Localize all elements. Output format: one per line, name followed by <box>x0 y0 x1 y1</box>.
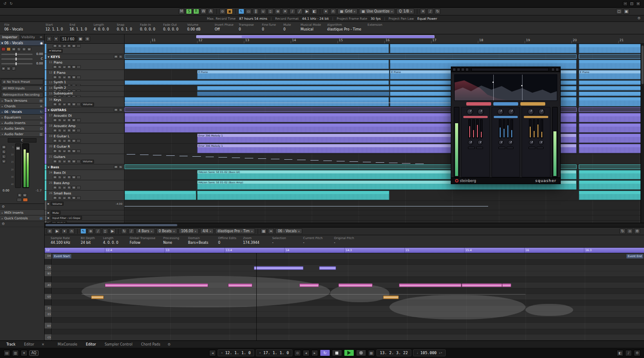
track-list-cell[interactable]: 19E Guitar LMSeRW <box>45 133 125 143</box>
track-list-cell[interactable]: 26Small BassMSeRW <box>45 191 125 200</box>
track-r-button[interactable]: R <box>67 65 71 69</box>
editor-solo-icon[interactable]: e <box>47 228 53 234</box>
audio-event[interactable] <box>579 123 644 133</box>
editor-info-zoom[interactable]: Zoom174.3944 <box>241 235 270 247</box>
band-param-chip[interactable] <box>537 147 544 149</box>
zoom-tool-icon[interactable]: ⊕ <box>275 9 281 14</box>
track-m-button[interactable]: M <box>53 90 57 91</box>
editor-info-current-pitch[interactable]: Current Pitch- <box>301 235 332 247</box>
track-lane-volume[interactable] <box>125 201 644 210</box>
retrospective-record-button[interactable]: Retrospective Recording <box>1 92 43 97</box>
track-w-button[interactable]: W <box>72 44 76 48</box>
audio-quantize-badge[interactable]: AQ <box>29 350 39 356</box>
inspector-section-06-vocals[interactable]: ▸06 - Vocals↻ <box>0 109 44 115</box>
track-extra-button[interactable] <box>76 176 81 179</box>
track-w-button[interactable]: W <box>72 84 76 85</box>
automation-m-button[interactable]: M <box>179 9 185 14</box>
audio-event[interactable] <box>390 44 576 53</box>
track-list-cell[interactable]: ▸Volume-4.99 <box>45 201 125 210</box>
zone-settings-icon[interactable]: ⚙ <box>165 343 173 346</box>
track-e-button[interactable]: e <box>62 149 67 153</box>
input-routing-button[interactable]: All MIDI Inputs▾ <box>1 85 43 91</box>
automation-parameter-chip[interactable]: Input Filter - LC-Slope <box>51 216 82 220</box>
band-threshold-bar[interactable] <box>463 116 488 118</box>
beats-dropdown[interactable]: 0 Beats▾ <box>156 228 177 234</box>
track-lane-small-bass[interactable] <box>125 191 644 200</box>
track-list-cell[interactable]: MSeRW▾Volume <box>45 44 125 54</box>
curve-node[interactable] <box>492 82 494 83</box>
piano-key-c4[interactable]: C4 <box>45 265 52 271</box>
audiowarp-icon[interactable]: ↻ <box>434 9 440 14</box>
piano-key-c3[interactable]: C3 <box>45 334 52 340</box>
track-w-button[interactable]: W <box>72 160 76 163</box>
grid-type-dropdown[interactable]: ▦Grid▾ <box>337 9 358 14</box>
punch-in-icon[interactable]: ▣ <box>227 9 233 14</box>
track-m-button[interactable]: M <box>53 139 57 143</box>
track-lane-synth-1[interactable] <box>125 80 644 85</box>
add-track-icon[interactable]: + <box>46 36 52 42</box>
piano-keys-column[interactable]: D4C4B3A3G3F3E3D3C3 <box>45 253 52 340</box>
piano-key-as3[interactable] <box>45 276 52 282</box>
read-icon[interactable]: R <box>22 47 26 51</box>
info-column-file[interactable]: File06 - Vocals <box>3 22 44 34</box>
piano-key-ds3[interactable] <box>45 317 52 323</box>
plugin-write-icon[interactable] <box>461 68 465 71</box>
track-lane-guitars[interactable] <box>125 154 644 164</box>
info-column-fade-in[interactable]: Fade-In0. 0. 0. 0 <box>138 22 161 34</box>
track-r-button[interactable]: R <box>67 149 71 153</box>
lane-chevron-icon[interactable]: ▸ <box>48 211 49 215</box>
track-list-cell[interactable]: 12E PianoMSeRW <box>45 70 125 80</box>
tempo-dropdown[interactable]: 106.00▾ <box>179 228 199 234</box>
track-m-button[interactable]: M <box>53 95 57 97</box>
editor-ruler[interactable]: 1212.41313.41414.31515.41616.3 <box>45 248 644 253</box>
fader-write-button[interactable]: W <box>23 193 27 197</box>
pitch-segment-pink[interactable] <box>299 283 319 287</box>
track-r-button[interactable]: R <box>67 90 71 91</box>
transport-settings-icon[interactable]: ⚙ <box>634 350 641 356</box>
band-threshold-bar[interactable] <box>524 116 548 118</box>
info-column-fine-tune[interactable]: Fine-Tune0 <box>260 22 282 34</box>
plugin-activate-icon[interactable] <box>453 68 456 71</box>
editor-info-offline-edits[interactable]: Offline Edits0 <box>216 235 241 247</box>
audio-event[interactable] <box>579 113 644 122</box>
record-button[interactable] <box>356 349 366 356</box>
stop-button[interactable] <box>332 349 342 356</box>
info-column-length[interactable]: Length4. 0. 0. 0 <box>92 22 115 34</box>
acoustic-feedback-icon[interactable]: ▶ <box>54 228 60 234</box>
track-s-button[interactable]: S <box>58 95 62 97</box>
draw-tool-icon[interactable]: ∕ <box>95 228 101 234</box>
track-r-button[interactable]: R <box>67 95 71 97</box>
track-lane-keys[interactable] <box>125 54 644 59</box>
track-w-button[interactable]: W <box>72 76 76 79</box>
track-extra-button[interactable] <box>76 76 81 79</box>
track-filter-icon[interactable]: ▾ <box>53 36 59 42</box>
grid-icon[interactable]: ▦ <box>261 228 267 234</box>
plugin-close-icon[interactable] <box>556 68 559 71</box>
track-w-button[interactable]: W <box>72 149 76 153</box>
editor-info-bit-depth[interactable]: Bit Depth24 bit <box>79 235 101 247</box>
info-column-start[interactable]: Start12. 1. 1. 0 <box>44 22 68 34</box>
track-s-button[interactable]: S <box>58 196 62 200</box>
fader-monitor-button[interactable] <box>23 198 28 202</box>
audio-event[interactable] <box>579 86 644 91</box>
mute-icon[interactable]: M <box>12 47 16 51</box>
track-extra-button[interactable] <box>76 103 81 106</box>
pan-slider[interactable] <box>1 58 33 60</box>
track-w-button[interactable]: W <box>72 176 76 179</box>
inspector-section-track-versions[interactable]: ▸Track Versions▤ <box>0 98 44 103</box>
info-column-invert-phase[interactable]: Invert PhaseOff <box>213 22 237 34</box>
band-output-knob[interactable] <box>508 140 513 145</box>
quantize-icon[interactable]: ♪ <box>128 228 134 234</box>
automation-parameter-chip[interactable]: Mute <box>51 211 61 215</box>
track-e-button[interactable]: e <box>62 84 67 85</box>
folder-open-icon[interactable]: ▾ <box>48 108 49 112</box>
setup-window-icon[interactable]: ▣ <box>623 9 629 14</box>
left-locator-display[interactable]: ▸12. 1. 1. 0 <box>218 349 254 356</box>
track-list-cell[interactable]: ▾BassMS <box>45 164 125 170</box>
track-s-button[interactable]: S <box>58 149 62 153</box>
track-lane-e-guitar-l[interactable]: Error 396 Melody 1 <box>125 133 644 143</box>
band-split-handle[interactable] <box>493 75 494 100</box>
track-r-button[interactable]: R <box>67 176 71 179</box>
track-extra-button[interactable] <box>76 95 81 97</box>
track-preset-button[interactable]: ⊘No Track Preset <box>1 79 43 85</box>
